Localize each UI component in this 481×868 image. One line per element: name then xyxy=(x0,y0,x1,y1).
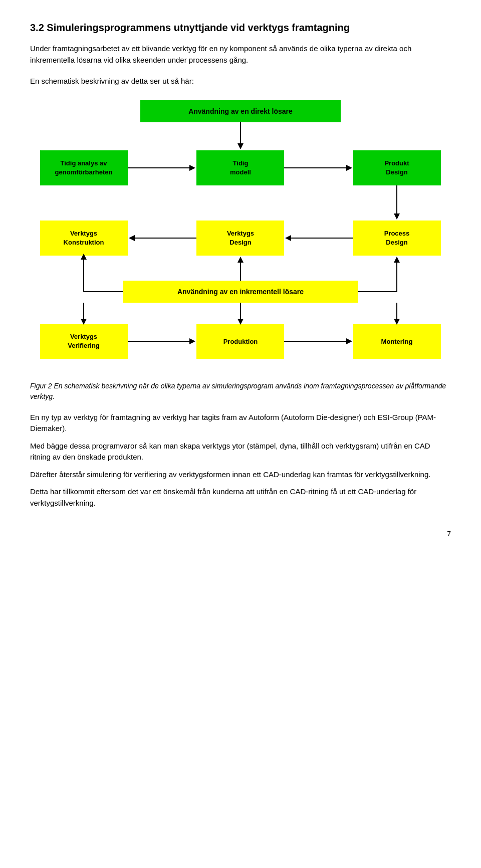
svg-marker-38 xyxy=(237,257,244,263)
paragraph-2: Med bägge dessa programvaror så kan man … xyxy=(30,441,451,463)
svg-rect-4 xyxy=(40,150,128,185)
svg-marker-54 xyxy=(346,338,352,344)
svg-text:Användning av en direkt lösare: Användning av en direkt lösare xyxy=(188,107,293,115)
svg-marker-31 xyxy=(285,235,291,241)
paragraph-1: En ny typ av verktyg för framtagning av … xyxy=(30,412,451,435)
svg-marker-41 xyxy=(394,257,400,263)
svg-text:Produkt: Produkt xyxy=(384,159,409,167)
svg-text:Design: Design xyxy=(386,168,407,176)
svg-rect-19 xyxy=(40,221,128,256)
paragraph-4: Detta har tillkommit eftersom det var et… xyxy=(30,486,451,509)
svg-text:Produktion: Produktion xyxy=(223,338,258,345)
figure-caption: Figur 2 En schematisk beskrivning när de… xyxy=(30,381,451,402)
svg-rect-42 xyxy=(40,324,128,359)
svg-rect-22 xyxy=(196,221,284,256)
svg-marker-18 xyxy=(394,213,400,220)
svg-marker-16 xyxy=(346,165,352,171)
svg-text:Verktygs: Verktygs xyxy=(70,230,97,237)
svg-rect-10 xyxy=(353,150,441,185)
svg-text:Design: Design xyxy=(386,239,407,246)
svg-rect-7 xyxy=(196,150,284,185)
svg-text:modell: modell xyxy=(230,168,251,176)
paragraph-3: Därefter återstår simulering för verifie… xyxy=(30,469,451,481)
svg-text:Verifiering: Verifiering xyxy=(68,342,100,349)
svg-marker-3 xyxy=(237,143,244,149)
svg-text:Konstruktion: Konstruktion xyxy=(64,239,104,246)
svg-text:Montering: Montering xyxy=(381,338,413,345)
intro-paragraph: Under framtagningsarbetet av ett blivand… xyxy=(30,43,451,66)
svg-text:Verktygs: Verktygs xyxy=(227,230,254,237)
schema-intro-label: En schematisk beskrivning av detta ser u… xyxy=(30,76,451,87)
page-number: 7 xyxy=(30,529,451,539)
page-heading: 3.2 Simuleringsprogrammens utnyttjande v… xyxy=(30,20,451,35)
svg-text:Användning av en inkrementell : Användning av en inkrementell lösare xyxy=(177,288,304,296)
svg-text:Design: Design xyxy=(229,239,251,246)
svg-text:Tidig analys av: Tidig analys av xyxy=(61,159,108,167)
process-diagram: Användning av en direkt lösare Tidig ana… xyxy=(35,95,446,376)
svg-marker-52 xyxy=(189,338,195,344)
svg-text:Verktygs: Verktygs xyxy=(70,333,97,340)
svg-text:genomförbarheten: genomförbarheten xyxy=(55,168,113,176)
svg-text:Process: Process xyxy=(384,230,410,237)
svg-marker-29 xyxy=(129,235,135,241)
svg-text:Tidig: Tidig xyxy=(233,159,249,167)
svg-marker-14 xyxy=(189,165,195,171)
svg-rect-25 xyxy=(353,221,441,256)
